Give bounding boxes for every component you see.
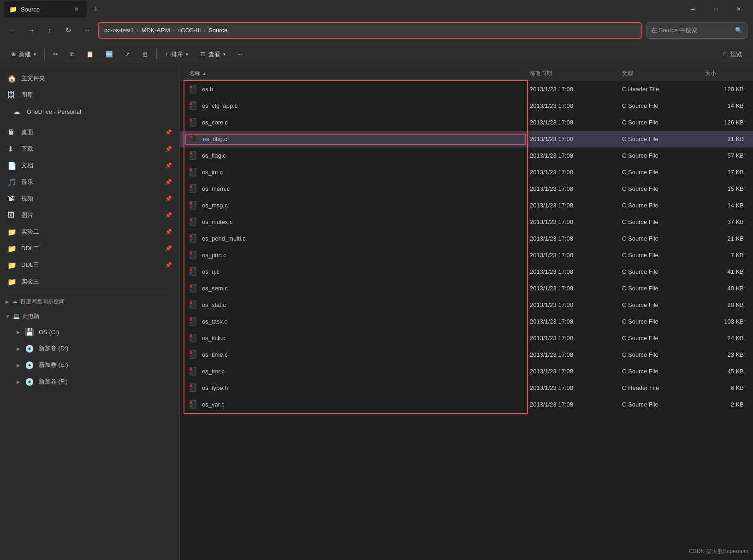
- sidebar-item-e-drive[interactable]: ▶ 💿 新加卷 (E:): [0, 357, 179, 373]
- table-row[interactable]: C os_sem.c 2013/1/23 17:08 C Source File…: [180, 280, 753, 297]
- file-list: H os.h 2013/1/23 17:08 C Header File 120…: [180, 81, 753, 413]
- file-type: C Source File: [618, 335, 701, 342]
- maximize-button[interactable]: □: [705, 2, 726, 17]
- svg-text:C: C: [190, 156, 192, 159]
- table-row[interactable]: C os_int.c 2013/1/23 17:08 C Source File…: [180, 164, 753, 181]
- sidebar-item-c-drive[interactable]: ▶ 💾 OS (C:): [0, 324, 179, 340]
- table-row[interactable]: C os_cfg_app.c 2013/1/23 17:08 C Source …: [180, 98, 753, 114]
- paste-button[interactable]: 📋: [81, 46, 99, 63]
- share-button[interactable]: ↗: [119, 46, 136, 63]
- file-type: C Source File: [618, 252, 701, 259]
- source-file-icon: C: [189, 267, 198, 277]
- sidebar-baidu-section[interactable]: ▶ ☁ 百度网盘同步空间: [0, 294, 179, 309]
- breadcrumb-mdk-arm[interactable]: MDK-ARM: [142, 27, 170, 34]
- sidebar-item-gallery[interactable]: 🖼 图库: [0, 87, 179, 103]
- sidebar-item-exp2[interactable]: 📁 实验二 📌: [0, 224, 179, 240]
- file-size: 120 KB: [701, 86, 747, 93]
- view-button[interactable]: ☰ 查看 ▾: [195, 46, 231, 63]
- sidebar-item-onedrive[interactable]: ☁ OneDrive - Personal: [0, 103, 179, 120]
- sidebar-item-ddl3[interactable]: 📁 DDL三 📌: [0, 257, 179, 273]
- file-type: C Header File: [618, 384, 701, 391]
- active-tab[interactable]: 📁 Source ✕: [4, 1, 87, 18]
- cut-button[interactable]: ✂: [47, 46, 64, 63]
- pictures-icon: 🖼: [7, 211, 17, 219]
- sidebar-item-pictures[interactable]: 🖼 图片 📌: [0, 207, 179, 224]
- breadcrumb-oc-os-test1[interactable]: oc-os-test1: [104, 27, 134, 34]
- col-header-date[interactable]: 修改日期: [526, 70, 618, 77]
- address-box[interactable]: oc-os-test1 › MDK-ARM › uCOS-III › Sourc…: [98, 22, 642, 39]
- sidebar-this-pc-section[interactable]: ▼ 💻 此电脑: [0, 309, 179, 324]
- sidebar-item-exp3[interactable]: 📁 实验三: [0, 273, 179, 290]
- file-size: 103 KB: [701, 318, 747, 325]
- svg-text:C: C: [190, 255, 192, 258]
- copy-button[interactable]: ⧉: [65, 46, 80, 63]
- sidebar-item-downloads[interactable]: ⬇ 下载 📌: [0, 141, 179, 157]
- toolbar: ⊕ ⊕ 新建 新建 ▾ ✂ ⧉ 📋 🔤 ↗ 🗑 ↑ 排序 ▾ ☰ 查看 ▾ ··…: [0, 42, 753, 66]
- sidebar-item-music[interactable]: 🎵 音乐 📌: [0, 174, 179, 190]
- table-row[interactable]: C os_mem.c 2013/1/23 17:08 C Source File…: [180, 181, 753, 197]
- rename-button[interactable]: 🔤: [100, 46, 119, 63]
- close-tab-button[interactable]: ✕: [72, 5, 81, 14]
- table-row[interactable]: C os_task.c 2013/1/23 17:08 C Source Fil…: [180, 313, 753, 330]
- table-row[interactable]: H os.h 2013/1/23 17:08 C Header File 120…: [180, 81, 753, 98]
- preview-icon: □: [723, 51, 727, 58]
- table-row[interactable]: C os_pend_multi.c 2013/1/23 17:08 C Sour…: [180, 230, 753, 247]
- expand-f-icon: ▶: [17, 379, 20, 384]
- table-row[interactable]: C os_tick.c 2013/1/23 17:08 C Source Fil…: [180, 330, 753, 347]
- sidebar-item-home[interactable]: 🏠 主文件夹: [0, 70, 179, 87]
- col-header-type[interactable]: 类型: [618, 70, 701, 77]
- delete-button[interactable]: 🗑: [136, 46, 154, 63]
- up-button[interactable]: ↑: [42, 23, 57, 38]
- file-type: C Source File: [618, 235, 701, 242]
- table-row[interactable]: C os_dbg.c 2013/1/23 17:08 C Source File…: [180, 131, 753, 147]
- source-file-icon: C: [189, 317, 198, 326]
- preview-button[interactable]: □ 预览: [718, 46, 747, 63]
- table-row[interactable]: H os_type.h 2013/1/23 17:08 C Header Fil…: [180, 380, 753, 396]
- col-header-name[interactable]: 名称 ▲: [185, 70, 526, 77]
- table-row[interactable]: C os_prio.c 2013/1/23 17:08 C Source Fil…: [180, 247, 753, 264]
- forward-button[interactable]: →: [24, 23, 39, 38]
- file-size: 45 KB: [701, 368, 747, 375]
- sidebar-item-d-drive[interactable]: ▶ 💿 新加卷 (D:): [0, 340, 179, 357]
- table-row[interactable]: C os_msg.c 2013/1/23 17:08 C Source File…: [180, 197, 753, 214]
- file-type: C Source File: [618, 285, 701, 292]
- svg-rect-14: [191, 136, 193, 138]
- more-options-button[interactable]: ···: [232, 46, 248, 63]
- search-box[interactable]: 在 Source 中搜索 🔍: [646, 22, 747, 39]
- table-row[interactable]: C os_q.c 2013/1/23 17:08 C Source File 4…: [180, 264, 753, 280]
- file-size: 21 KB: [701, 235, 747, 242]
- table-row[interactable]: C os_stat.c 2013/1/23 17:08 C Source Fil…: [180, 297, 753, 313]
- svg-rect-2: [190, 86, 192, 88]
- svg-rect-58: [190, 318, 192, 321]
- table-row[interactable]: C os_mutex.c 2013/1/23 17:08 C Source Fi…: [180, 214, 753, 230]
- new-button[interactable]: ⊕ ⊕ 新建 新建 ▾: [6, 46, 42, 63]
- this-pc-icon: 💻: [13, 313, 20, 319]
- table-row[interactable]: C os_flag.c 2013/1/23 17:08 C Source Fil…: [180, 147, 753, 164]
- file-name: C os_core.c: [185, 118, 526, 127]
- file-date: 2013/1/23 17:08: [526, 335, 618, 342]
- minimize-button[interactable]: ─: [682, 2, 703, 17]
- back-button[interactable]: ←: [6, 23, 20, 38]
- file-date: 2013/1/23 17:08: [526, 301, 618, 308]
- table-row[interactable]: C os_tmr.c 2013/1/23 17:08 C Source File…: [180, 363, 753, 380]
- close-window-button[interactable]: ✕: [728, 2, 749, 17]
- file-date: 2013/1/23 17:08: [526, 86, 618, 93]
- file-date: 2013/1/23 17:08: [526, 318, 618, 325]
- col-header-size[interactable]: 大小: [701, 70, 747, 77]
- table-row[interactable]: C os_var.c 2013/1/23 17:08 C Source File…: [180, 396, 753, 413]
- breadcrumb-ucos-iii[interactable]: uCOS-III: [178, 27, 201, 34]
- sidebar-label-ddl3: DDL三: [21, 261, 39, 269]
- new-tab-button[interactable]: +: [89, 2, 103, 17]
- sidebar-item-videos[interactable]: 📽 视频 📌: [0, 190, 179, 207]
- breadcrumb-source[interactable]: Source: [208, 27, 227, 34]
- sidebar-item-ddl2[interactable]: 📁 DDL二 📌: [0, 240, 179, 257]
- more-nav-button[interactable]: ···: [79, 23, 94, 38]
- sort-button[interactable]: ↑ 排序 ▾: [160, 46, 194, 63]
- sidebar-label-desktop: 桌面: [21, 128, 33, 136]
- sidebar-item-f-drive[interactable]: ▶ 💿 新加卷 (F:): [0, 373, 179, 390]
- sidebar-item-desktop[interactable]: 🖥 桌面 📌: [0, 124, 179, 141]
- table-row[interactable]: C os_time.c 2013/1/23 17:08 C Source Fil…: [180, 347, 753, 363]
- table-row[interactable]: C os_core.c 2013/1/23 17:08 C Source Fil…: [180, 114, 753, 131]
- refresh-button[interactable]: ↻: [61, 23, 76, 38]
- sidebar-item-documents[interactable]: 📄 文档 📌: [0, 157, 179, 174]
